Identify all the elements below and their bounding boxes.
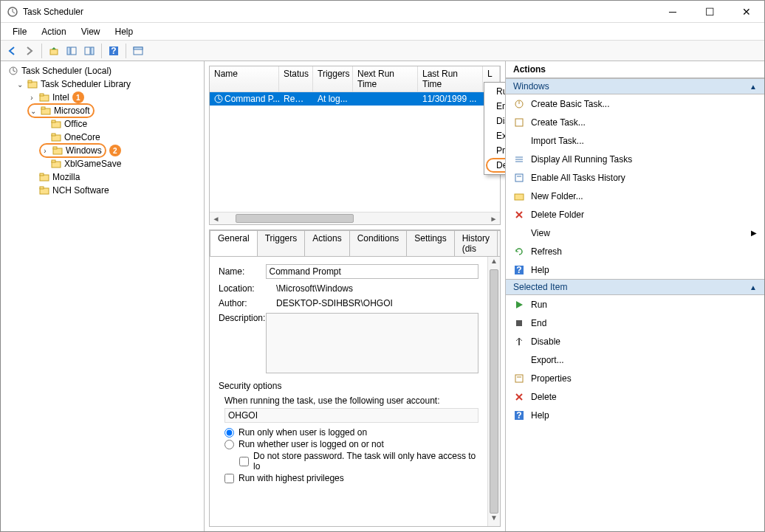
action-run[interactable]: Run [506,295,764,314]
wizard-icon [513,98,525,110]
col-last[interactable]: Last Run Time [418,66,483,91]
maximize-button[interactable]: ☐ [698,3,721,21]
action-view[interactable]: View▶ [506,224,764,242]
action-refresh[interactable]: Refresh [506,242,764,260]
menu-help[interactable]: Help [108,25,141,38]
task-icon [214,93,223,105]
tab-settings[interactable]: Settings [406,230,454,256]
list-icon [513,153,525,165]
tab-actions[interactable]: Actions [304,230,349,256]
col-status[interactable]: Status [279,66,313,91]
action-disable[interactable]: Disable [506,332,764,350]
tree-windows[interactable]: › Windows 2 [4,144,201,157]
col-name[interactable]: Name [210,66,279,91]
tab-history[interactable]: History (dis [454,230,498,256]
help-icon: ? [513,264,525,276]
toolbar-showhide-tree[interactable] [64,43,80,59]
ctx-delete[interactable]: Delete [486,158,506,173]
checkbox-highest[interactable]: Run with highest privileges [224,473,478,483]
action-enable-history[interactable]: Enable All Tasks History [506,168,764,187]
action-help[interactable]: ?Help [506,260,764,279]
middle-panel: Name Status Triggers Next Run Time Last … [205,61,506,531]
tree-intel[interactable]: › Intel 1 [4,91,201,104]
task-row[interactable]: Command P... Ready At log... 11/30/1999 … [210,92,500,106]
expander-icon[interactable]: ⌄ [29,107,38,115]
svg-rect-6 [85,47,90,55]
checkbox-highest-input[interactable] [224,474,234,483]
label-location: Location: [219,283,276,294]
field-description[interactable] [266,313,478,373]
tree-office[interactable]: Office [4,117,201,131]
checkbox-nopass-input[interactable] [239,457,249,466]
tree-root[interactable]: Task Scheduler (Local) [4,64,201,77]
section-windows[interactable]: Windows ▲ [506,78,764,94]
tree-microsoft[interactable]: ⌄ Microsoft [4,104,201,117]
tree-onecore[interactable]: OneCore [4,131,201,144]
horizontal-scrollbar[interactable]: ◄ ► [210,212,500,224]
checkbox-nopass[interactable]: Do not store password. The task will onl… [239,451,478,471]
tab-conditions[interactable]: Conditions [349,230,408,256]
radio-whether-input[interactable] [224,440,234,449]
expander-icon[interactable]: › [27,94,36,102]
action-delete-folder[interactable]: Delete Folder [506,205,764,224]
scroll-left-icon[interactable]: ◄ [210,215,222,223]
action-create-basic[interactable]: Create Basic Task... [506,94,764,113]
scroll-thumb[interactable] [236,214,354,223]
radio-logged-on-input[interactable] [224,428,234,438]
radio-logged-on[interactable]: Run only when user is logged on [224,427,478,438]
svg-text:?: ? [516,265,521,275]
collapse-icon[interactable]: ▲ [749,83,757,91]
collapse-icon[interactable]: ▲ [749,283,757,291]
radio-whether[interactable]: Run whether user is logged on or not [224,439,478,449]
action-import[interactable]: Import Task... [506,131,764,150]
field-name[interactable] [266,264,478,279]
tree-xblgamesave[interactable]: XblGameSave [4,157,201,170]
ctx-properties[interactable]: Properties [486,143,506,158]
ctx-disable[interactable]: Disable [486,114,506,128]
properties-pane: General Triggers Actions Conditions Sett… [209,229,501,527]
ctx-run[interactable]: Run [486,84,506,99]
menu-action[interactable]: Action [34,25,73,38]
toolbar-console[interactable] [130,43,146,59]
security-options-label: Security options [219,381,478,391]
expander-icon[interactable]: ⌄ [16,80,24,89]
tab-general[interactable]: General [210,230,258,256]
action-new-folder[interactable]: New Folder... [506,187,764,205]
col-triggers[interactable]: Triggers [313,66,353,91]
tree-nch[interactable]: NCH Software [4,184,201,197]
close-button[interactable]: ✕ [735,3,758,21]
tree-mozilla[interactable]: Mozilla [4,170,201,184]
action-export[interactable]: Export... [506,350,764,369]
action-display-all[interactable]: Display All Running Tasks [506,150,764,168]
action-end[interactable]: End [506,314,764,332]
ctx-export[interactable]: Export... [486,128,506,143]
vertical-scrollbar[interactable]: ▲ ▼ [487,257,500,526]
ctx-end[interactable]: End [486,99,506,114]
scroll-up-icon[interactable]: ▲ [488,257,500,269]
tree-office-label: Office [64,119,87,129]
toolbar-showhide-actions[interactable] [81,43,97,59]
menu-file[interactable]: File [5,25,34,38]
action-help-2[interactable]: ?Help [506,406,764,424]
toolbar-help[interactable]: ? [106,43,122,59]
tree-library[interactable]: ⌄ Task Scheduler Library [4,77,201,91]
tab-triggers[interactable]: Triggers [257,230,306,256]
tab-scroll-left[interactable]: ◄ [497,230,501,256]
scroll-down-icon[interactable]: ▼ [488,514,500,526]
scroll-thumb-vertical[interactable] [490,269,498,514]
action-create-task[interactable]: Create Task... [506,113,764,131]
expander-icon[interactable]: › [41,147,49,155]
app-icon [7,6,18,18]
action-delete[interactable]: Delete [506,387,764,406]
action-properties[interactable]: Properties [506,369,764,387]
toolbar-back[interactable] [4,43,20,59]
toolbar-up[interactable] [46,43,62,59]
col-next[interactable]: Next Run Time [353,66,418,91]
toolbar-forward[interactable] [21,43,38,59]
section-selected[interactable]: Selected Item ▲ [506,279,764,295]
history-icon [513,172,525,184]
scroll-right-icon[interactable]: ► [487,215,500,223]
svg-rect-18 [40,94,44,96]
minimize-button[interactable]: ─ [661,3,685,21]
menu-view[interactable]: View [74,25,108,38]
